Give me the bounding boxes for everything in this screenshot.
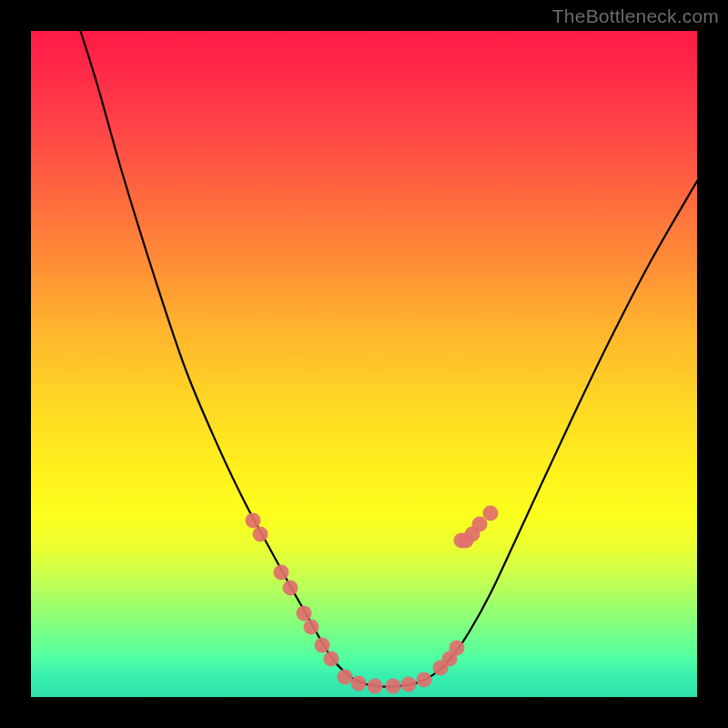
data-dot — [351, 676, 367, 692]
data-dot — [253, 527, 268, 542]
data-dots — [246, 506, 499, 694]
data-dot — [368, 679, 383, 694]
plot-area — [31, 31, 697, 697]
data-dot — [246, 513, 261, 529]
data-dot — [283, 581, 298, 596]
watermark-text: TheBottleneck.com — [552, 5, 719, 27]
data-dot — [315, 638, 330, 653]
data-dot — [483, 506, 499, 521]
data-dot — [338, 670, 353, 685]
data-dot — [472, 517, 488, 532]
data-dot — [297, 606, 312, 622]
data-dot — [417, 672, 432, 688]
data-dot — [450, 641, 465, 656]
data-dot — [386, 679, 401, 694]
chart-frame: TheBottleneck.com — [0, 0, 728, 728]
data-dot — [304, 620, 319, 635]
data-dot — [274, 565, 289, 581]
chart-overlay — [31, 31, 697, 697]
data-dot — [401, 677, 417, 693]
data-dot — [324, 652, 339, 667]
bottleneck-curve — [75, 31, 697, 687]
